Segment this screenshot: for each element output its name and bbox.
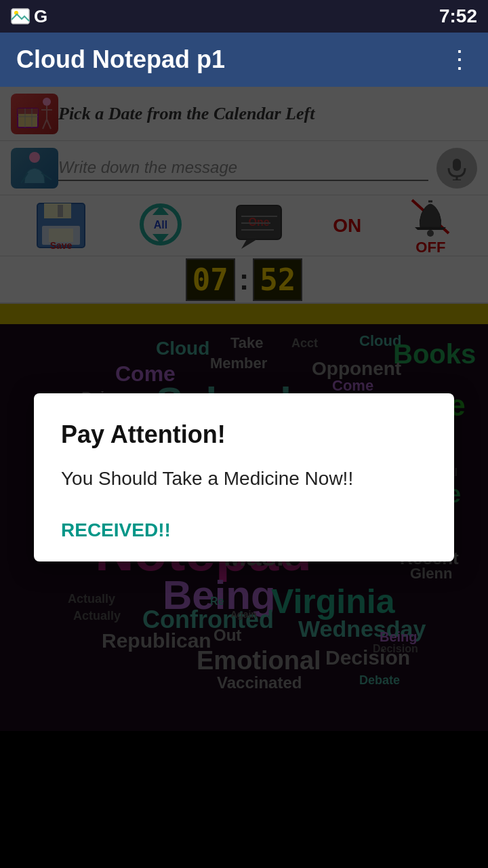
app-title: Cloud Notepad p1: [16, 45, 225, 74]
received-button[interactable]: RECEIVED!!: [61, 519, 171, 541]
dialog-title: Pay Attention!: [61, 420, 427, 449]
notification-icons: G: [11, 6, 47, 27]
dialog-message: You Should Take a Medicine Now!!: [61, 465, 427, 492]
image-icon: [11, 7, 30, 26]
dialog-overlay: Pay Attention! You Should Take a Medicin…: [0, 87, 488, 868]
status-bar: G 7:52: [0, 0, 488, 33]
dialog-box: Pay Attention! You Should Take a Medicin…: [34, 393, 454, 561]
status-time: 7:52: [439, 5, 477, 27]
g-icon: G: [34, 6, 47, 27]
app-toolbar: Cloud Notepad p1 ⋮: [0, 33, 488, 87]
menu-icon[interactable]: ⋮: [447, 45, 472, 74]
status-bar-left: G: [11, 6, 47, 27]
